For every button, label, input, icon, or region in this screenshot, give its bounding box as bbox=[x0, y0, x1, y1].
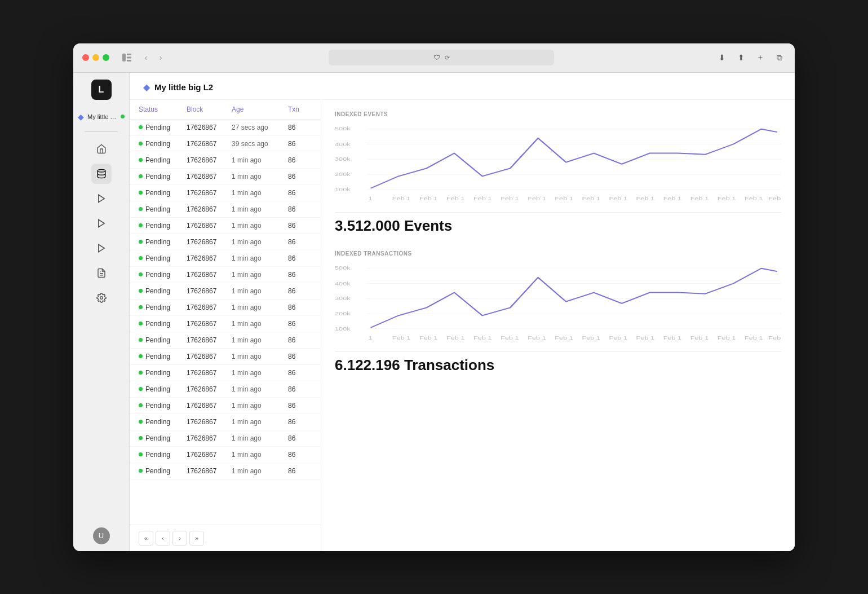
status-text: Pending bbox=[145, 124, 170, 131]
svg-text:Feb 1: Feb 1 bbox=[718, 195, 736, 201]
table-row[interactable]: Pending 17626867 1 min ago 86 bbox=[130, 447, 321, 463]
sidebar-item-settings[interactable] bbox=[91, 288, 112, 308]
sidebar-item-file[interactable] bbox=[91, 263, 112, 283]
status-dot bbox=[139, 403, 143, 407]
block-number: 17626867 bbox=[187, 369, 232, 377]
reload-icon[interactable]: ⟳ bbox=[445, 54, 450, 61]
svg-text:500k: 500k bbox=[335, 125, 351, 131]
svg-text:Feb 1: Feb 1 bbox=[419, 335, 438, 340]
download-button[interactable]: ⬇ bbox=[716, 51, 728, 64]
close-button[interactable] bbox=[82, 54, 89, 61]
table-row[interactable]: Pending 17626867 1 min ago 86 bbox=[130, 414, 321, 430]
status-text: Pending bbox=[145, 434, 170, 442]
svg-text:Feb 1: Feb 1 bbox=[768, 195, 781, 201]
last-page-button[interactable]: » bbox=[189, 531, 204, 545]
table-row[interactable]: Pending 17626867 1 min ago 86 bbox=[130, 316, 321, 332]
age-text: 1 min ago bbox=[232, 238, 288, 246]
table-row[interactable]: Pending 17626867 1 min ago 86 bbox=[130, 250, 321, 267]
txn-count: 86 bbox=[288, 336, 313, 344]
next-page-button[interactable]: › bbox=[172, 531, 187, 545]
sidebar-item-data[interactable] bbox=[91, 164, 112, 184]
status-cell: Pending bbox=[139, 353, 187, 360]
status-dot bbox=[139, 256, 143, 260]
svg-text:Feb 1: Feb 1 bbox=[392, 195, 411, 201]
table-row[interactable]: Pending 17626867 1 min ago 86 bbox=[130, 300, 321, 316]
sidebar-item-play1[interactable] bbox=[91, 188, 112, 209]
share-button[interactable]: ⬆ bbox=[735, 51, 747, 64]
table-row[interactable]: Pending 17626867 1 min ago 86 bbox=[130, 267, 321, 283]
maximize-button[interactable] bbox=[103, 54, 109, 61]
transactions-divider bbox=[335, 351, 781, 352]
avatar[interactable]: U bbox=[93, 527, 110, 544]
txn-count: 86 bbox=[288, 402, 313, 410]
shield-icon: 🛡 bbox=[433, 54, 440, 61]
col-block: Block bbox=[187, 105, 232, 113]
status-text: Pending bbox=[145, 369, 170, 377]
age-text: 1 min ago bbox=[232, 156, 288, 164]
status-cell: Pending bbox=[139, 320, 187, 328]
prev-page-button[interactable]: ‹ bbox=[156, 531, 170, 545]
status-dot bbox=[139, 142, 143, 146]
table-row[interactable]: Pending 17626867 1 min ago 86 bbox=[130, 398, 321, 414]
age-text: 1 min ago bbox=[232, 287, 288, 295]
svg-text:Feb 1: Feb 1 bbox=[663, 335, 682, 340]
status-text: Pending bbox=[145, 254, 170, 262]
table-row[interactable]: Pending 17626867 1 min ago 86 bbox=[130, 201, 321, 218]
ethereum-icon: ◆ bbox=[78, 112, 84, 121]
svg-text:Feb 1: Feb 1 bbox=[609, 195, 628, 201]
table-row[interactable]: Pending 17626867 1 min ago 86 bbox=[130, 234, 321, 250]
txn-count: 86 bbox=[288, 287, 313, 295]
svg-text:Feb 1: Feb 1 bbox=[501, 335, 519, 340]
age-text: 1 min ago bbox=[232, 189, 288, 197]
sidebar-toggle-button[interactable] bbox=[121, 51, 133, 64]
new-tab-button[interactable]: ＋ bbox=[754, 51, 767, 64]
table-row[interactable]: Pending 17626867 1 min ago 86 bbox=[130, 185, 321, 201]
table-row[interactable]: Pending 17626867 39 secs ago 86 bbox=[130, 136, 321, 152]
network-selector[interactable]: ◆ My little big L2 bbox=[73, 109, 129, 125]
age-text: 1 min ago bbox=[232, 369, 288, 377]
age-text: 1 min ago bbox=[232, 467, 288, 475]
txn-count: 86 bbox=[288, 156, 313, 164]
block-number: 17626867 bbox=[187, 402, 232, 410]
table-row[interactable]: Pending 17626867 1 min ago 86 bbox=[130, 218, 321, 234]
table-row[interactable]: Pending 17626867 1 min ago 86 bbox=[130, 283, 321, 300]
url-bar[interactable]: 🛡 ⟳ bbox=[329, 50, 554, 65]
age-text: 1 min ago bbox=[232, 353, 288, 360]
svg-text:400k: 400k bbox=[335, 141, 351, 147]
status-text: Pending bbox=[145, 140, 170, 148]
status-text: Pending bbox=[145, 173, 170, 181]
svg-text:Feb 1: Feb 1 bbox=[609, 335, 628, 340]
forward-button[interactable]: › bbox=[154, 51, 167, 64]
sidebar-item-play2[interactable] bbox=[91, 213, 112, 234]
svg-text:1: 1 bbox=[368, 195, 372, 201]
first-page-button[interactable]: « bbox=[139, 531, 153, 545]
svg-text:300k: 300k bbox=[335, 295, 351, 301]
age-text: 1 min ago bbox=[232, 451, 288, 459]
table-row[interactable]: Pending 17626867 1 min ago 86 bbox=[130, 152, 321, 169]
age-text: 1 min ago bbox=[232, 222, 288, 230]
tabs-button[interactable]: ⧉ bbox=[773, 51, 786, 64]
block-number: 17626867 bbox=[187, 140, 232, 148]
svg-text:Feb 1: Feb 1 bbox=[419, 195, 438, 201]
block-number: 17626867 bbox=[187, 353, 232, 360]
table-row[interactable]: Pending 17626867 1 min ago 86 bbox=[130, 169, 321, 185]
table-row[interactable]: Pending 17626867 1 min ago 86 bbox=[130, 332, 321, 349]
table-row[interactable]: Pending 17626867 1 min ago 86 bbox=[130, 349, 321, 365]
status-dot bbox=[139, 240, 143, 244]
age-text: 1 min ago bbox=[232, 173, 288, 181]
back-button[interactable]: ‹ bbox=[140, 51, 152, 64]
table-row[interactable]: Pending 17626867 27 secs ago 86 bbox=[130, 120, 321, 136]
sidebar-item-play3[interactable] bbox=[91, 238, 112, 258]
sidebar-item-home[interactable] bbox=[91, 139, 112, 159]
minimize-button[interactable] bbox=[92, 54, 99, 61]
status-dot bbox=[139, 469, 143, 473]
table-row[interactable]: Pending 17626867 1 min ago 86 bbox=[130, 463, 321, 479]
app-logo[interactable]: L bbox=[91, 80, 112, 100]
table-row[interactable]: Pending 17626867 1 min ago 86 bbox=[130, 430, 321, 447]
svg-point-4 bbox=[98, 169, 105, 172]
block-number: 17626867 bbox=[187, 320, 232, 328]
block-number: 17626867 bbox=[187, 336, 232, 344]
table-row[interactable]: Pending 17626867 1 min ago 86 bbox=[130, 381, 321, 398]
table-row[interactable]: Pending 17626867 1 min ago 86 bbox=[130, 365, 321, 381]
svg-rect-2 bbox=[127, 57, 131, 59]
